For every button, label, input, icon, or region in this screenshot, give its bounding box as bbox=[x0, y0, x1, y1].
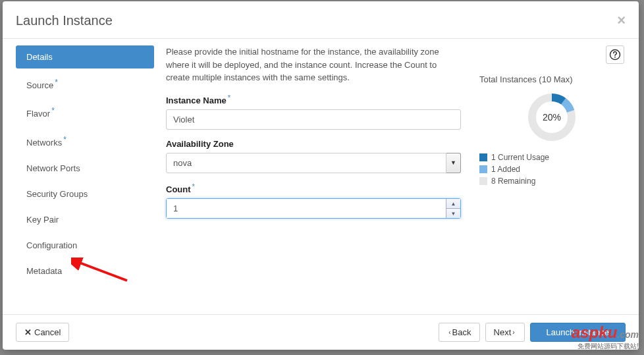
sidebar-item-label: Configuration bbox=[26, 240, 77, 250]
sidebar-item-key-pair[interactable]: Key Pair bbox=[16, 208, 154, 231]
sidebar-item-security-groups[interactable]: Security Groups bbox=[16, 182, 154, 205]
required-icon: * bbox=[51, 106, 55, 115]
instance-name-input[interactable] bbox=[166, 109, 461, 130]
count-input[interactable] bbox=[167, 199, 446, 218]
wizard-sidebar: Details Source* Flavor* Networks* Networ… bbox=[16, 39, 154, 314]
launch-instance-button[interactable]: Launch Instance bbox=[530, 323, 626, 342]
stats-title: Total Instances (10 Max) bbox=[479, 74, 624, 84]
legend-item-remaining: 8 Remaining bbox=[479, 177, 624, 186]
launch-instance-modal: Launch Instance × Details Source* Flavor… bbox=[3, 1, 639, 350]
spinner-buttons: ▲ ▼ bbox=[446, 199, 460, 218]
legend-item-added: 1 Added bbox=[479, 165, 624, 174]
back-button[interactable]: ‹Back bbox=[439, 323, 479, 342]
sidebar-item-label: Network Ports bbox=[26, 163, 80, 173]
spinner-up-icon[interactable]: ▲ bbox=[446, 199, 460, 209]
chevron-right-icon: › bbox=[512, 329, 514, 336]
legend-swatch bbox=[479, 153, 487, 161]
chevron-left-icon: ‹ bbox=[448, 329, 450, 336]
required-icon: * bbox=[192, 182, 195, 190]
close-icon[interactable]: × bbox=[617, 12, 626, 29]
modal-footer: ✕Cancel ‹Back Next› Launch Instance bbox=[3, 314, 639, 350]
sidebar-item-label: Metadata bbox=[26, 266, 62, 276]
count-group: Count* ▲ ▼ bbox=[166, 182, 461, 219]
sidebar-item-label: Flavor bbox=[26, 109, 50, 119]
spinner-down-icon[interactable]: ▼ bbox=[446, 209, 460, 218]
sidebar-item-label: Security Groups bbox=[26, 189, 88, 199]
count-label: Count* bbox=[166, 182, 461, 194]
legend-swatch bbox=[479, 165, 487, 173]
availability-zone-group: Availability Zone nova ▼ bbox=[166, 139, 461, 173]
sidebar-item-details[interactable]: Details bbox=[16, 45, 154, 68]
availability-zone-select[interactable]: nova bbox=[166, 153, 446, 173]
legend-item-current: 1 Current Usage bbox=[479, 153, 624, 162]
form-column: Please provide the initial hostname for … bbox=[166, 45, 479, 308]
help-column: Total Instances (10 Max) 20% 1 Current U… bbox=[479, 45, 624, 308]
usage-legend: 1 Current Usage 1 Added 8 Remaining bbox=[479, 153, 624, 186]
instance-name-group: Instance Name* bbox=[166, 94, 461, 130]
modal-body: Details Source* Flavor* Networks* Networ… bbox=[3, 39, 639, 314]
required-icon: * bbox=[63, 135, 67, 144]
sidebar-item-label: Networks bbox=[26, 138, 62, 148]
sidebar-item-network-ports[interactable]: Network Ports bbox=[16, 157, 154, 180]
x-icon: ✕ bbox=[24, 327, 32, 337]
sidebar-item-source[interactable]: Source* bbox=[16, 71, 154, 97]
sidebar-item-label: Key Pair bbox=[26, 215, 59, 225]
modal-title: Launch Instance bbox=[16, 13, 113, 28]
main-panel: Please provide the initial hostname for … bbox=[154, 39, 639, 314]
donut-percent-label: 20% bbox=[525, 91, 578, 144]
sidebar-item-metadata[interactable]: Metadata bbox=[16, 259, 154, 283]
instance-name-label: Instance Name* bbox=[166, 94, 461, 105]
svg-point-1 bbox=[614, 57, 616, 58]
legend-swatch bbox=[479, 177, 487, 185]
help-icon[interactable] bbox=[606, 45, 624, 64]
required-icon: * bbox=[55, 78, 58, 87]
required-icon: * bbox=[228, 94, 230, 101]
chevron-down-icon[interactable]: ▼ bbox=[446, 153, 461, 173]
cancel-button[interactable]: ✕Cancel bbox=[16, 323, 69, 342]
usage-donut-chart: 20% bbox=[525, 91, 578, 144]
sidebar-item-networks[interactable]: Networks* bbox=[16, 128, 154, 154]
intro-text: Please provide the initial hostname for … bbox=[166, 45, 461, 84]
next-button[interactable]: Next› bbox=[485, 323, 525, 342]
sidebar-item-label: Source bbox=[26, 80, 53, 90]
sidebar-item-configuration[interactable]: Configuration bbox=[16, 234, 154, 257]
modal-header: Launch Instance × bbox=[3, 1, 639, 39]
availability-zone-label: Availability Zone bbox=[166, 139, 461, 149]
sidebar-item-flavor[interactable]: Flavor* bbox=[16, 99, 154, 125]
sidebar-item-label: Details bbox=[26, 52, 53, 62]
